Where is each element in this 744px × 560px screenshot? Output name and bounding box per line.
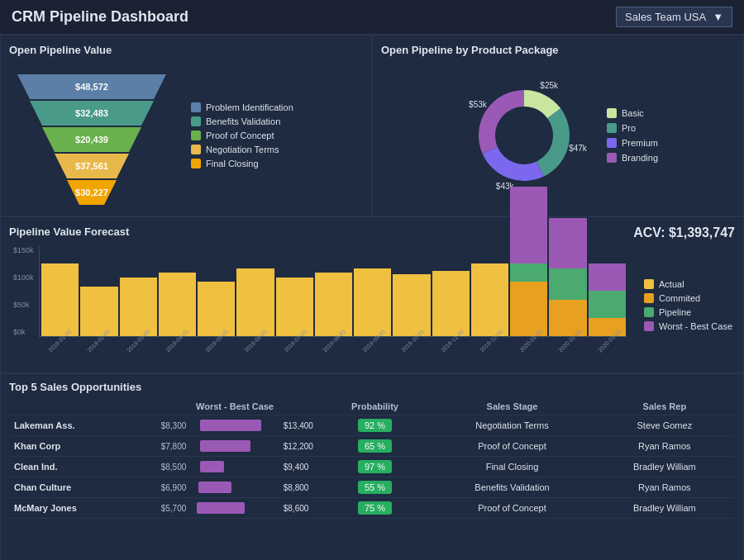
donut-segment-2 bbox=[483, 147, 544, 181]
bar-row-container: $8,500 $9,400 bbox=[155, 461, 314, 472]
legend-label-1: Benefits Validation bbox=[206, 116, 280, 126]
funnel-legend-item-0: Problem Identification bbox=[191, 102, 363, 112]
range-bar-bg-3 bbox=[191, 482, 278, 493]
funnel-container: $48,572$32,483$20,439$37,561$30,227 Prob… bbox=[9, 61, 363, 210]
worst-val-3: $6,900 bbox=[155, 483, 186, 492]
forecast-legend-item-0: Actual bbox=[644, 279, 735, 289]
bar-chart: $150k$100k$50k$0k 2019-01-012019-02-0120… bbox=[9, 246, 627, 364]
range-bar-4 bbox=[197, 502, 245, 514]
bar-seg-5-0 bbox=[236, 268, 274, 337]
range-bar-3 bbox=[198, 482, 231, 493]
col-name bbox=[9, 398, 150, 415]
opp-prob-1: 65 % bbox=[320, 436, 431, 457]
donut-label-0: $25k bbox=[540, 81, 559, 90]
opp-prob-0: 92 % bbox=[320, 415, 431, 436]
opp-prob-4: 75 % bbox=[320, 498, 431, 519]
legend-label-0: Problem Identification bbox=[206, 102, 293, 112]
range-bar-bg-0 bbox=[191, 420, 278, 431]
donut-legend-item-3: Branding bbox=[607, 153, 658, 163]
opp-bar-cell-1: $7,800 $12,200 bbox=[150, 436, 319, 457]
forecast-color-2 bbox=[644, 307, 654, 317]
opp-bar-cell-4: $5,700 $8,600 bbox=[150, 498, 319, 519]
forecast-panel: Pipeline Value Forecast ACV: $1,393,747 … bbox=[0, 216, 744, 373]
opp-prob-2: 97 % bbox=[320, 457, 431, 477]
opp-table: Worst - Best Case Probability Sales Stag… bbox=[9, 398, 735, 519]
range-bar-1 bbox=[200, 440, 250, 452]
donut-chart: $25k$47k$43k$53k bbox=[458, 69, 590, 202]
range-bar-2 bbox=[200, 461, 225, 472]
range-bar-bg-1 bbox=[191, 440, 278, 452]
bar-row-container: $8,300 $13,400 bbox=[155, 420, 314, 431]
donut-legend: BasicProPremiumBranding bbox=[607, 108, 658, 163]
funnel-legend-item-1: Benefits Validation bbox=[191, 116, 363, 126]
opportunities-panel: Top 5 Sales Opportunities Worst - Best C… bbox=[0, 373, 744, 560]
opp-title: Top 5 Sales Opportunities bbox=[9, 381, 735, 393]
donut-legend-label-1: Pro bbox=[622, 123, 636, 133]
forecast-legend-item-2: Pipeline bbox=[644, 307, 735, 317]
worst-val-0: $8,300 bbox=[155, 421, 186, 430]
header: CRM Pipeline Dashboard Sales Team USA ▼ bbox=[0, 0, 744, 35]
opp-bar-cell-0: $8,300 $13,400 bbox=[150, 415, 319, 436]
opp-name-3: Chan Culture bbox=[9, 477, 150, 498]
best-val-4: $8,600 bbox=[284, 504, 315, 513]
opp-stage-3: Benefits Validation bbox=[430, 477, 594, 498]
best-val-2: $9,400 bbox=[284, 463, 315, 472]
bar-row-container: $6,900 $8,800 bbox=[155, 482, 314, 493]
donut-legend-label-3: Branding bbox=[622, 153, 658, 163]
funnel-legend-item-4: Final Closing bbox=[191, 159, 363, 168]
forecast-chart-area: $150k$100k$50k$0k 2019-01-012019-02-0120… bbox=[9, 246, 735, 364]
donut-color-0 bbox=[607, 108, 617, 118]
donut-label-1: $47k bbox=[569, 144, 588, 153]
worst-val-2: $8,500 bbox=[155, 463, 186, 472]
bar-group-5 bbox=[236, 268, 274, 337]
forecast-color-0 bbox=[644, 279, 654, 289]
legend-color-1 bbox=[191, 116, 201, 126]
opp-name-2: Clean Ind. bbox=[9, 457, 150, 477]
y-label: $0k bbox=[13, 328, 34, 336]
prob-badge-0: 92 % bbox=[358, 419, 392, 432]
table-row: Chan Culture $6,900 $8,800 55 % Benefits… bbox=[9, 477, 735, 498]
team-selector[interactable]: Sales Team USA ▼ bbox=[616, 7, 732, 27]
donut-legend-label-2: Premium bbox=[622, 138, 658, 148]
donut-color-2 bbox=[607, 138, 617, 148]
table-row: Lakeman Ass. $8,300 $13,400 92 % Negotia… bbox=[9, 415, 735, 436]
legend-color-3 bbox=[191, 145, 201, 154]
x-axis-labels: 2019-01-012019-02-012019-03-012019-04-01… bbox=[9, 339, 627, 344]
bar-row-container: $5,700 $8,600 bbox=[155, 502, 314, 514]
opp-rep-4: Bradley William bbox=[594, 498, 735, 519]
col-prob: Probability bbox=[320, 398, 431, 415]
forecast-legend-label-0: Actual bbox=[659, 279, 684, 289]
prob-badge-4: 75 % bbox=[358, 501, 392, 515]
funnel-panel: Open Pipeline Value $48,572$32,483$20,43… bbox=[0, 35, 372, 216]
best-val-3: $8,800 bbox=[284, 483, 315, 492]
worst-val-1: $7,800 bbox=[155, 442, 186, 451]
opp-prob-3: 55 % bbox=[320, 477, 431, 498]
donut-title: Open Pipeline by Product Package bbox=[381, 44, 735, 56]
legend-label-2: Proof of Concept bbox=[206, 131, 274, 140]
forecast-legend-label-3: Worst - Best Case bbox=[659, 321, 732, 331]
forecast-legend-item-3: Worst - Best Case bbox=[644, 321, 735, 331]
bar-seg-13-0 bbox=[549, 218, 586, 268]
chevron-down-icon: ▼ bbox=[713, 11, 723, 23]
opp-stage-1: Proof of Concept bbox=[430, 436, 594, 457]
opp-bar-cell-2: $8,500 $9,400 bbox=[150, 457, 319, 477]
forecast-color-3 bbox=[644, 321, 654, 331]
bar-group-12 bbox=[510, 187, 547, 337]
legend-label-4: Final Closing bbox=[206, 159, 259, 168]
col-stage: Sales Stage bbox=[430, 398, 594, 415]
bar-seg-0-0 bbox=[41, 263, 79, 336]
donut-legend-item-2: Premium bbox=[607, 138, 658, 148]
page-title: CRM Pipeline Dashboard bbox=[12, 8, 188, 26]
col-rep: Sales Rep bbox=[594, 398, 735, 415]
opp-bar-cell-3: $6,900 $8,800 bbox=[150, 477, 319, 498]
funnel-legend: Problem IdentificationBenefits Validatio… bbox=[183, 61, 363, 210]
funnel-chart: $48,572$32,483$20,439$37,561$30,227 bbox=[9, 61, 174, 210]
donut-color-1 bbox=[607, 123, 617, 133]
legend-color-0 bbox=[191, 102, 201, 112]
bar-chart-inner: $150k$100k$50k$0k bbox=[39, 246, 627, 337]
best-val-1: $12,200 bbox=[284, 442, 315, 451]
table-row: Khan Corp $7,800 $12,200 65 % Proof of C… bbox=[9, 436, 735, 457]
range-bar-bg-2 bbox=[191, 461, 278, 472]
bar-seg-12-1 bbox=[510, 263, 547, 282]
opp-rep-2: Bradley William bbox=[594, 457, 735, 477]
